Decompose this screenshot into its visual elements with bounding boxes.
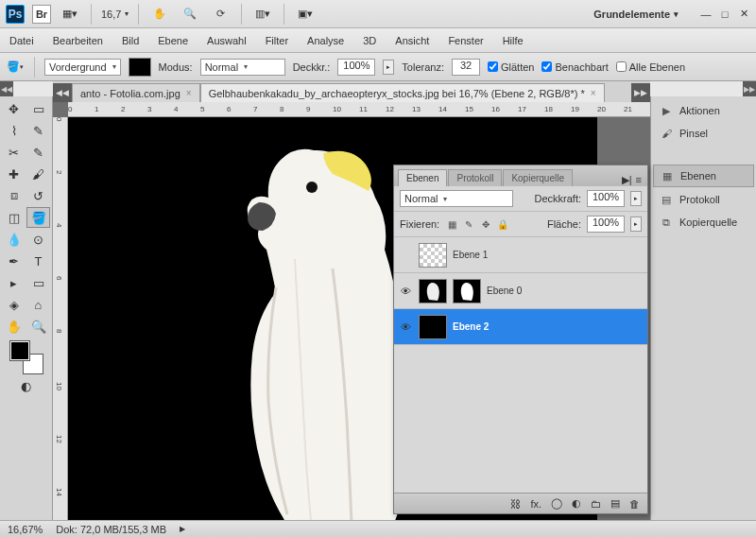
eyedropper-tool[interactable]: ✎ (26, 142, 50, 163)
lock-all-icon[interactable]: 🔒 (496, 217, 509, 231)
lock-pixels-icon[interactable]: ✎ (462, 217, 475, 231)
menu-view[interactable]: Ansicht (395, 35, 429, 46)
menu-3d[interactable]: 3D (363, 35, 376, 46)
hand-tool-top-icon[interactable]: ✋ (148, 4, 171, 25)
layer-thumbnail[interactable] (419, 315, 447, 339)
tab-close-icon[interactable]: × (186, 88, 192, 98)
panel-tab-clone-source[interactable]: Kopierquelle (503, 169, 573, 186)
pen-tool[interactable]: ✒ (2, 251, 26, 271)
menu-window[interactable]: Fenster (448, 35, 483, 46)
crop-tool[interactable]: ✂ (2, 142, 26, 163)
panel-tab-history[interactable]: Protokoll (448, 169, 502, 186)
menu-filter[interactable]: Filter (266, 35, 288, 46)
adjustment-layer-icon[interactable]: ◐ (572, 497, 581, 510)
panel-menu-icon[interactable]: ≡ (636, 174, 642, 186)
trash-icon[interactable]: 🗑 (629, 498, 640, 510)
panel-actions[interactable]: ▶Aktionen (653, 100, 754, 121)
blend-mode-dropdown[interactable]: Normal (200, 59, 285, 76)
rotate-view-icon[interactable]: ⟳ (209, 4, 232, 25)
brush-tool[interactable]: 🖌 (26, 164, 50, 184)
workspace-switcher[interactable]: Grundelemente▾ (588, 7, 684, 22)
healing-brush-tool[interactable]: ✚ (2, 164, 26, 184)
opacity-input[interactable]: 100% (337, 59, 375, 76)
group-icon[interactable]: 🗀 (591, 498, 601, 510)
layer-blend-mode-dropdown[interactable]: Normal (400, 190, 513, 207)
tolerance-input[interactable]: 32 (452, 59, 480, 76)
move-tool[interactable]: ✥ (2, 98, 26, 119)
layer-row-selected[interactable]: 👁 Ebene 2 (394, 309, 647, 345)
type-tool[interactable]: T (26, 251, 50, 271)
layer-opacity-stepper[interactable]: ▸ (630, 191, 642, 206)
antialias-checkbox[interactable]: Glätten (488, 61, 534, 73)
layers-panel-window[interactable]: Ebenen Protokoll Kopierquelle ▶|≡ Normal… (393, 165, 648, 514)
zoom-tool-top-icon[interactable]: 🔍 (179, 4, 201, 25)
layer-thumbnail[interactable] (419, 243, 447, 268)
menu-help[interactable]: Hilfe (503, 35, 524, 46)
film-icon[interactable]: ▦▾ (59, 4, 81, 25)
arrange-docs-icon[interactable]: ▥▾ (251, 4, 274, 25)
3d-tool[interactable]: ◈ (2, 294, 26, 315)
fill-pattern-swatch[interactable] (129, 58, 151, 77)
contiguous-checkbox[interactable]: Benachbart (541, 61, 608, 73)
panel-brushes[interactable]: 🖌Pinsel (653, 123, 754, 144)
status-zoom[interactable]: 16,67% (8, 524, 43, 535)
marquee-tool[interactable]: ▭ (26, 98, 50, 119)
dodge-tool[interactable]: ⊙ (26, 229, 50, 250)
panel-tab-layers[interactable]: Ebenen (398, 169, 447, 186)
lock-transparency-icon[interactable]: ▦ (445, 217, 458, 231)
shape-tool[interactable]: ▭ (26, 272, 50, 293)
zoom-dropdown[interactable]: 16,7▾ (101, 9, 129, 20)
minimize-button[interactable]: — (699, 8, 713, 21)
tab-scroll-right-icon[interactable]: ▶▶ (631, 83, 650, 102)
blur-tool[interactable]: 💧 (2, 229, 26, 250)
tab-scroll-left-icon[interactable]: ◀◀ (53, 83, 72, 102)
quickmask-toggle[interactable]: ◐ (17, 378, 36, 393)
layer-name-label[interactable]: Ebene 2 (453, 321, 489, 332)
layer-fx-icon[interactable]: fx. (530, 498, 541, 510)
new-layer-icon[interactable]: ▤ (610, 497, 620, 510)
menu-image[interactable]: Bild (122, 35, 139, 46)
bucket-tool[interactable]: 🪣 (26, 207, 50, 228)
opacity-stepper[interactable]: ▸ (383, 60, 394, 75)
visibility-toggle[interactable] (398, 248, 413, 263)
bridge-icon[interactable]: Br (32, 5, 51, 24)
menu-layer[interactable]: Ebene (158, 35, 188, 46)
bucket-tool-icon[interactable]: 🪣▾ (6, 58, 25, 77)
link-layers-icon[interactable]: ⛓ (510, 498, 521, 510)
history-brush-tool[interactable]: ↺ (26, 185, 50, 206)
stamp-tool[interactable]: ⧈ (2, 185, 26, 206)
menu-edit[interactable]: Bearbeiten (53, 35, 103, 46)
path-select-tool[interactable]: ▸ (2, 272, 26, 293)
layer-row[interactable]: 👁 Ebene 0 (394, 273, 647, 309)
layer-mask-icon[interactable]: ◯ (551, 497, 562, 510)
layer-mask-thumbnail[interactable] (453, 279, 481, 303)
menu-analysis[interactable]: Analyse (307, 35, 344, 46)
toolbox-collapse-icon[interactable]: ◀◀ (0, 81, 13, 96)
layer-name-label[interactable]: Ebene 0 (487, 286, 522, 296)
visibility-toggle[interactable]: 👁 (398, 284, 413, 299)
panel-layers[interactable]: ▦Ebenen (653, 165, 754, 187)
maximize-button[interactable]: □ (718, 8, 731, 21)
all-layers-checkbox[interactable]: Alle Ebenen (616, 61, 685, 73)
menu-select[interactable]: Auswahl (207, 35, 247, 46)
zoom-tool[interactable]: 🔍 (26, 316, 50, 337)
color-swatches[interactable] (9, 340, 43, 374)
panel-collapse-icon[interactable]: ▶| (622, 174, 632, 186)
visibility-toggle[interactable]: 👁 (398, 320, 413, 335)
lasso-tool[interactable]: ⌇ (2, 120, 26, 141)
tab-close-icon[interactable]: × (591, 88, 596, 98)
lock-position-icon[interactable]: ✥ (479, 217, 492, 231)
layer-opacity-input[interactable]: 100% (587, 190, 625, 207)
layer-thumbnail[interactable] (419, 279, 447, 303)
screen-mode-icon[interactable]: ▣▾ (294, 4, 317, 25)
menu-file[interactable]: Datei (9, 35, 34, 46)
status-docinfo[interactable]: Dok: 72,0 MB/155,3 MB (56, 524, 166, 535)
panel-history[interactable]: ▤Protokoll (653, 189, 754, 210)
eraser-tool[interactable]: ◫ (2, 207, 26, 228)
hand-tool[interactable]: ✋ (2, 316, 26, 337)
foreground-color-swatch[interactable] (9, 340, 30, 361)
panel-clone-source[interactable]: ⧉Kopierquelle (653, 212, 754, 233)
camera-tool[interactable]: ⌂ (26, 294, 50, 315)
ps-logo-icon[interactable]: Ps (6, 5, 25, 24)
right-panels-collapse-icon[interactable]: ▶▶ (743, 81, 756, 96)
